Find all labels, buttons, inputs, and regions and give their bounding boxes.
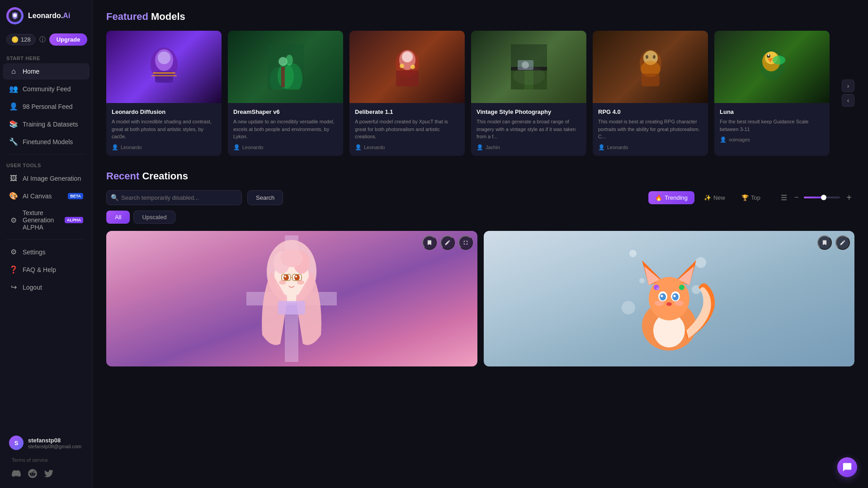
model-name-4: Vintage Style Photography xyxy=(476,108,581,115)
svg-point-68 xyxy=(649,277,689,320)
model-author-2: 👤 Leonardo xyxy=(233,144,338,150)
model-desc-1: A model with incredible shading and cont… xyxy=(112,118,216,141)
model-author-5: 👤 Leonardo xyxy=(598,144,703,150)
credits-badge: 🪙 128 xyxy=(6,34,36,45)
sidebar-item-community-feed[interactable]: 👥 Community Feed xyxy=(3,80,90,97)
svg-rect-12 xyxy=(281,67,285,87)
sort-trending-btn[interactable]: 🔥 Trending xyxy=(648,191,694,204)
image-expand-btn-1[interactable] xyxy=(458,235,473,250)
sidebar-item-settings[interactable]: ⚙ Settings xyxy=(3,244,90,260)
search-button[interactable]: Search xyxy=(247,190,283,205)
ai-canvas-icon: 🎨 xyxy=(9,192,18,200)
user-info: stefanstp08 stefanstp08@gmail.com xyxy=(28,437,81,449)
terms-of-service-link[interactable]: Terms of service xyxy=(3,455,90,466)
sidebar-item-finetuned[interactable]: 🔧 Finetuned Models xyxy=(3,133,90,150)
image-card-2[interactable] xyxy=(484,231,855,366)
sidebar-item-texture-label: Texture Generation ALPHA xyxy=(23,209,60,231)
svg-point-80 xyxy=(675,300,684,306)
sidebar-item-home[interactable]: ⌂ Home xyxy=(3,63,90,80)
zoom-slider[interactable] xyxy=(804,197,840,198)
upgrade-button[interactable]: Upgrade xyxy=(49,33,88,46)
sidebar-item-personal-feed[interactable]: 👤 98 Personal Feed xyxy=(3,98,90,115)
model-card-img-4 xyxy=(471,31,586,103)
svg-rect-31 xyxy=(642,74,660,86)
add-btn[interactable]: + xyxy=(844,192,854,204)
models-carousel-wrapper: Leonardo Diffusion A model with incredib… xyxy=(106,31,854,156)
user-profile[interactable]: S stefanstp08 stefanstp08@gmail.com xyxy=(3,431,90,455)
model-card-dreamshaper[interactable]: DreamShaper v6 A new update to an incred… xyxy=(228,31,343,156)
sidebar-item-ai-canvas-label: AI Canvas xyxy=(23,192,63,200)
svg-point-14 xyxy=(286,55,293,66)
carousel-next-btn[interactable]: › xyxy=(842,80,854,92)
author-icon-5: 👤 xyxy=(598,144,605,150)
sidebar-item-faq[interactable]: ❓ FAQ & Help xyxy=(3,261,90,278)
images-grid xyxy=(106,231,854,366)
sidebar-item-home-label: Home xyxy=(23,68,83,75)
model-card-img-3 xyxy=(349,31,465,103)
svg-rect-18 xyxy=(396,70,419,86)
model-desc-3: A powerful model created by XpucT that i… xyxy=(355,118,459,141)
image-card-bg-2 xyxy=(484,231,855,366)
sort-new-btn[interactable]: ✨ New xyxy=(697,191,732,204)
image-edit-btn-1[interactable] xyxy=(440,235,455,250)
sidebar-item-faq-label: FAQ & Help xyxy=(23,266,83,273)
filter-upscaled-btn[interactable]: Upscaled xyxy=(133,211,175,224)
sidebar-item-ai-image[interactable]: 🖼 AI Image Generation xyxy=(3,170,90,187)
featured-highlight: Featured xyxy=(106,11,148,22)
model-desc-4: This model can generate a broad range of… xyxy=(476,118,581,141)
model-card-img-1 xyxy=(106,31,222,103)
svg-point-17 xyxy=(402,52,413,62)
twitter-icon[interactable] xyxy=(44,469,54,479)
model-card-rpg[interactable]: RPG 4.0 This model is best at creating R… xyxy=(593,31,708,156)
model-card-body-5: RPG 4.0 This model is best at creating R… xyxy=(593,103,708,156)
search-wrapper: 🔍 xyxy=(106,190,242,205)
model-card-deliberate[interactable]: Deliberate 1.1 A powerful model created … xyxy=(349,31,465,156)
logout-icon: ↪ xyxy=(9,283,18,291)
sidebar-item-texture-gen[interactable]: ⚙ Texture Generation ALPHA ALPHA xyxy=(3,205,90,235)
new-icon: ✨ xyxy=(704,194,711,201)
logo-avatar xyxy=(6,7,24,24)
reddit-icon[interactable] xyxy=(28,469,38,479)
sort-top-btn[interactable]: 🏆 Top xyxy=(735,191,767,204)
zoom-out-btn[interactable]: − xyxy=(793,192,800,203)
sidebar-item-personal-label: 98 Personal Feed xyxy=(23,103,83,110)
sidebar-item-training[interactable]: 📚 Training & Datasets xyxy=(3,116,90,132)
svg-point-39 xyxy=(768,54,769,56)
user-name: stefanstp08 xyxy=(28,437,81,444)
author-icon-3: 👤 xyxy=(355,144,362,150)
trending-icon: 🔥 xyxy=(655,194,662,201)
model-card-img-2 xyxy=(228,31,343,103)
chat-bubble[interactable] xyxy=(837,457,857,477)
model-author-4: 👤 Jachin xyxy=(476,144,581,150)
model-card-body-4: Vintage Style Photography This model can… xyxy=(471,103,586,156)
svg-point-74 xyxy=(673,295,675,297)
search-input[interactable] xyxy=(106,190,242,205)
model-card-luna[interactable]: Luna For the best result keep Guidance S… xyxy=(714,31,830,156)
settings-icon: ⚙ xyxy=(9,248,18,256)
model-desc-2: A new update to an incredibly versatile … xyxy=(233,118,338,141)
image-card-bg-1 xyxy=(106,231,477,366)
sidebar-logo[interactable]: Leonardo.Ai xyxy=(0,0,92,30)
svg-point-32 xyxy=(646,55,648,59)
credits-info-icon[interactable]: ⓘ xyxy=(39,36,46,44)
discord-icon[interactable] xyxy=(12,469,22,479)
sidebar-item-ai-canvas[interactable]: 🎨 AI Canvas BETA xyxy=(3,188,90,204)
image-edit-btn-2[interactable] xyxy=(835,235,850,250)
list-view-btn[interactable]: ☰ xyxy=(779,192,789,204)
svg-point-46 xyxy=(283,274,289,281)
carousel-prev-btn[interactable]: ‹ xyxy=(842,94,854,107)
texture-gen-icon: ⚙ xyxy=(9,216,18,225)
image-bookmark-btn-2[interactable] xyxy=(817,235,832,250)
model-card-vintage[interactable]: Vintage Style Photography This model can… xyxy=(471,31,586,156)
sort-tabs: 🔥 Trending ✨ New 🏆 Top xyxy=(648,191,767,204)
main-content: Featured Models Leonardo Diffus xyxy=(93,0,868,488)
image-card-1[interactable] xyxy=(106,231,477,366)
model-card-body-6: Luna For the best result keep Guidance S… xyxy=(714,103,830,148)
sidebar-item-ai-image-label: AI Image Generation xyxy=(23,175,83,182)
svg-point-49 xyxy=(295,276,297,277)
sidebar-item-logout[interactable]: ↪ Logout xyxy=(3,279,90,296)
top-label: Top xyxy=(751,194,760,201)
model-card-leonardo-diffusion[interactable]: Leonardo Diffusion A model with incredib… xyxy=(106,31,222,156)
filter-all-btn[interactable]: All xyxy=(106,211,130,224)
image-bookmark-btn-1[interactable] xyxy=(422,235,437,250)
